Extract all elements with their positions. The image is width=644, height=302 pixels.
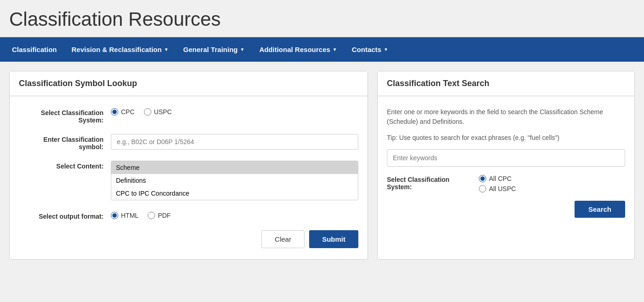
- symbol-lookup-panel: Classification Symbol Lookup Select Clas…: [9, 71, 368, 260]
- enter-symbol-label: Enter Classification symbol:: [19, 134, 111, 151]
- keywords-input[interactable]: [387, 149, 625, 167]
- radio-cpc-input[interactable]: [111, 108, 118, 116]
- radio-html-label[interactable]: HTML: [111, 212, 138, 219]
- nav-item-revision[interactable]: Revision & Reclassification ▼: [64, 37, 176, 62]
- right-classification-system-group: All CPC All USPC: [479, 175, 516, 192]
- page-title: Classification Resources: [9, 8, 635, 30]
- symbol-lookup-buttons: Clear Submit: [19, 230, 358, 248]
- radio-pdf-input[interactable]: [148, 212, 155, 219]
- chevron-down-icon: ▼: [384, 47, 388, 52]
- chevron-down-icon: ▼: [164, 47, 168, 52]
- nav-item-classification[interactable]: Classification: [5, 37, 64, 62]
- radio-all-uspc-label[interactable]: All USPC: [479, 185, 516, 192]
- radio-uspc-label[interactable]: USPC: [144, 108, 172, 116]
- tip-text: Tip: Use quotes to search for exact phra…: [387, 133, 625, 143]
- chevron-down-icon: ▼: [333, 47, 337, 52]
- radio-all-uspc-input[interactable]: [479, 185, 486, 192]
- radio-all-cpc-text: All CPC: [489, 175, 512, 182]
- output-format-label: Select output format:: [19, 211, 111, 220]
- radio-html-text: HTML: [121, 212, 138, 219]
- output-format-row: Select output format: HTML PDF: [19, 211, 358, 220]
- nav-item-general-training[interactable]: General Training ▼: [176, 37, 252, 62]
- radio-uspc-input[interactable]: [144, 108, 151, 116]
- radio-pdf-label[interactable]: PDF: [148, 212, 171, 219]
- text-search-title: Classification Text Search: [378, 71, 634, 96]
- symbol-lookup-title: Classification Symbol Lookup: [10, 71, 368, 96]
- page-header: Classification Resources: [0, 0, 644, 37]
- chevron-down-icon: ▼: [240, 47, 245, 52]
- content-select[interactable]: Scheme Definitions CPC to IPC Concordanc…: [111, 161, 358, 200]
- radio-all-cpc-input[interactable]: [479, 175, 486, 182]
- classification-symbol-input[interactable]: [111, 134, 358, 150]
- select-system-label: Select Classification System:: [19, 107, 111, 124]
- search-button[interactable]: Search: [575, 201, 625, 218]
- nav-item-additional-resources[interactable]: Additional Resources ▼: [252, 37, 345, 62]
- select-system-row: Select Classification System: CPC USPC: [19, 107, 358, 124]
- option-concordance[interactable]: CPC to IPC Concordance: [111, 187, 358, 200]
- main-content: Classification Symbol Lookup Select Clas…: [0, 62, 644, 269]
- classification-system-group: CPC USPC: [111, 107, 358, 116]
- radio-cpc-text: CPC: [121, 108, 135, 116]
- main-nav: Classification Revision & Reclassificati…: [0, 37, 644, 62]
- select-content-label: Select Content:: [19, 161, 111, 170]
- select-content-row: Select Content: Scheme Definitions CPC t…: [19, 161, 358, 201]
- text-search-panel: Classification Text Search Enter one or …: [377, 71, 635, 260]
- submit-button[interactable]: Submit: [309, 230, 358, 248]
- radio-html-input[interactable]: [111, 212, 118, 219]
- radio-all-uspc-text: All USPC: [489, 185, 516, 192]
- nav-item-contacts[interactable]: Contacts ▼: [345, 37, 396, 62]
- radio-cpc-label[interactable]: CPC: [111, 108, 135, 116]
- radio-uspc-text: USPC: [154, 108, 172, 116]
- option-definitions[interactable]: Definitions: [111, 174, 358, 187]
- option-scheme[interactable]: Scheme: [111, 161, 358, 174]
- radio-all-cpc-label[interactable]: All CPC: [479, 175, 516, 182]
- description-text-1: Enter one or more keywords in the field …: [387, 107, 625, 127]
- right-select-system-label: Select Classification System:: [387, 175, 479, 191]
- text-search-body: Enter one or more keywords in the field …: [378, 96, 634, 212]
- radio-pdf-text: PDF: [158, 212, 171, 219]
- right-select-system-row: Select Classification System: All CPC Al…: [387, 175, 625, 192]
- symbol-lookup-body: Select Classification System: CPC USPC E…: [10, 96, 368, 259]
- select-content-control: Scheme Definitions CPC to IPC Concordanc…: [111, 161, 358, 201]
- output-format-group: HTML PDF: [111, 211, 358, 219]
- enter-symbol-row: Enter Classification symbol:: [19, 134, 358, 151]
- clear-button[interactable]: Clear: [261, 230, 305, 248]
- enter-symbol-control: [111, 134, 358, 150]
